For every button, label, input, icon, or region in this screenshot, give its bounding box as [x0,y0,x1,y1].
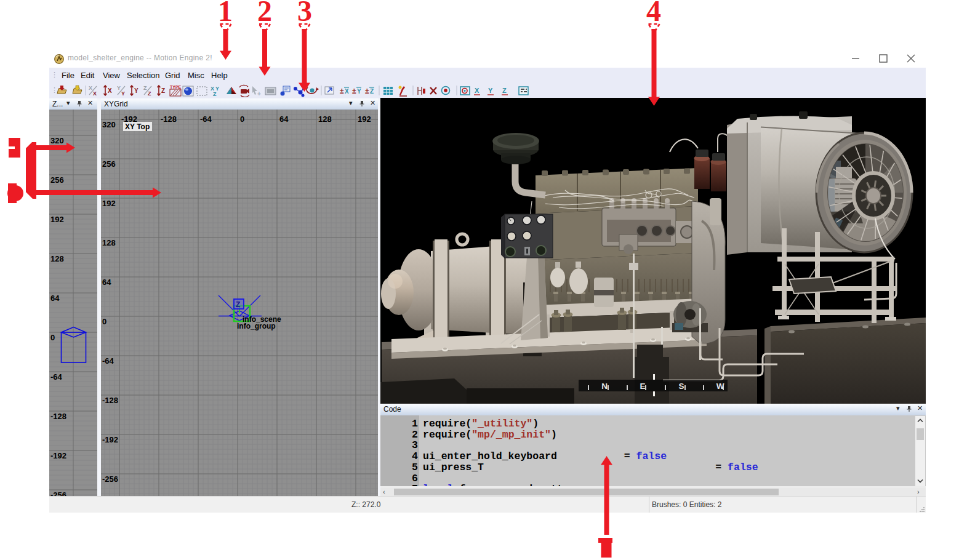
svg-text:3: 3 [297,0,312,27]
svg-text:2: 2 [257,0,272,27]
svg-text:1: 1 [218,0,233,27]
svg-text:4: 4 [646,0,661,27]
